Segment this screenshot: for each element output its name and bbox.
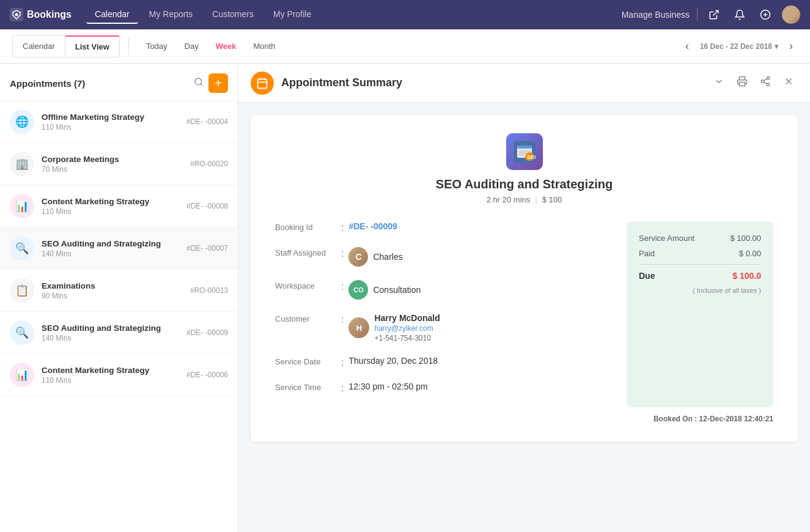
service-summary: SEO SEO Auditing and Strategizing 2 hr 2… [275, 133, 773, 204]
appointment-info: SEO Auditing and Strategizing 140 Mins [42, 239, 186, 258]
appointment-name: Corporate Meetings [42, 155, 190, 164]
search-button[interactable] [194, 77, 204, 89]
meta-divider: | [535, 195, 537, 204]
due-amount: $ 100.0 [732, 271, 761, 281]
appointment-info: Examinations 90 Mins [42, 281, 190, 300]
appointment-icon: 🏢 [10, 152, 34, 176]
details-left: Booking Id : #DE- -00009 Staff Assigned … [275, 221, 608, 407]
appointment-info: Offline Marketing Strategy 110 Mins [42, 113, 186, 131]
appointment-duration: 110 Mins [42, 376, 186, 385]
service-date-label: Service Date [275, 356, 336, 366]
toolbar: Calendar List View Today Day Week Month … [0, 29, 810, 64]
appointment-icon: 📋 [10, 278, 34, 303]
staff-avatar: C [348, 247, 368, 267]
period-month[interactable]: Month [245, 35, 284, 57]
detail-panel: Appointment Summary [238, 64, 810, 532]
tab-list-view[interactable]: List View [65, 35, 120, 57]
paid-label: Paid [639, 249, 655, 258]
add-appointment-button[interactable]: + [208, 73, 228, 93]
nav-my-reports[interactable]: My Reports [141, 6, 202, 24]
appointment-code: #DE- -00004 [186, 117, 228, 126]
booked-on-label: Booked On : [654, 415, 697, 423]
appointment-icon: 🔍 [10, 236, 34, 260]
appointment-list-item[interactable]: 🌐 Offline Marketing Strategy 110 Mins #D… [0, 101, 238, 143]
appointment-list-item[interactable]: 🔍 SEO Auditing and Strategizing 140 Mins… [0, 227, 238, 270]
svg-line-17 [764, 79, 767, 81]
appointment-list-item[interactable]: 📊 Content Marketing Strategy 110 Mins #D… [0, 354, 238, 396]
appointment-list-item[interactable]: 📋 Examinations 90 Mins #RO-00013 [0, 270, 238, 312]
svg-line-2 [713, 10, 718, 15]
print-button[interactable] [733, 72, 751, 94]
appointment-name: Examinations [42, 281, 190, 290]
next-period-button[interactable]: › [784, 37, 798, 55]
date-navigation: ‹ 16 Dec - 22 Dec 2018 ▾ › [680, 37, 798, 55]
appointment-code: #DE- -00008 [186, 202, 228, 210]
period-day[interactable]: Day [176, 35, 207, 57]
svg-point-14 [761, 80, 764, 83]
appointment-name: Content Marketing Strategy [42, 197, 186, 206]
customer-value: H Harry McDonald harry@zylker.com +1-541… [348, 313, 440, 342]
service-amount-label: Service Amount [639, 234, 694, 243]
manage-business-link[interactable]: Manage Business [622, 10, 690, 20]
brand-logo[interactable]: Bookings [10, 8, 72, 21]
booking-id-label: Booking Id [275, 221, 336, 232]
nav-customers[interactable]: Customers [204, 6, 262, 24]
appointment-list: 🌐 Offline Marketing Strategy 110 Mins #D… [0, 101, 238, 532]
workspace-row: Workspace : CO Consultation [275, 280, 608, 300]
appointment-name: Offline Marketing Strategy [42, 113, 186, 122]
service-price: $ 100 [542, 195, 562, 204]
payment-summary: Service Amount $ 100.00 Paid $ 0.00 Due … [627, 221, 773, 407]
staff-row: Staff Assigned : C Charles [275, 247, 608, 267]
workspace-value: CO Consultation [348, 280, 421, 300]
sidebar-actions: + [194, 73, 228, 93]
notification-icon[interactable] [731, 6, 749, 24]
date-range-arrow-icon[interactable]: ▾ [775, 42, 778, 51]
nav-calendar[interactable]: Calendar [86, 6, 138, 24]
collapse-button[interactable] [710, 72, 728, 94]
appointment-duration: 70 Mins [42, 165, 190, 174]
service-time-value: 12:30 pm - 02:50 pm [348, 382, 427, 391]
appointment-list-item[interactable]: 🏢 Corporate Meetings 70 Mins #RO-00020 [0, 143, 238, 185]
svg-line-7 [201, 84, 202, 86]
sidebar-title: Appointments (7) [10, 78, 85, 89]
user-avatar[interactable] [782, 6, 800, 24]
tab-calendar[interactable]: Calendar [12, 35, 65, 57]
appointment-list-item[interactable]: 📊 Content Marketing Strategy 110 Mins #D… [0, 185, 238, 227]
appointment-duration: 140 Mins [42, 334, 186, 342]
booking-id-value: #DE- -00009 [348, 221, 397, 231]
prev-period-button[interactable]: ‹ [680, 37, 694, 55]
booking-id-row: Booking Id : #DE- -00009 [275, 221, 608, 234]
appointment-code: #RO-00013 [190, 286, 228, 295]
svg-point-13 [767, 77, 770, 80]
service-date-value: Thursday 20, Dec 2018 [348, 356, 438, 366]
nav-my-profile[interactable]: My Profile [265, 6, 320, 24]
service-duration: 2 hr 20 mins [487, 195, 531, 204]
period-week[interactable]: Week [207, 35, 245, 57]
svg-rect-8 [258, 79, 267, 88]
customer-row: Customer : H Harry McDonald harry@zylker… [275, 313, 608, 342]
add-nav-icon[interactable] [756, 6, 775, 24]
service-date-row: Service Date : Thursday 20, Dec 2018 [275, 356, 608, 368]
workspace-badge: CO [348, 280, 368, 300]
period-today[interactable]: Today [138, 35, 176, 57]
svg-point-6 [195, 78, 202, 85]
appointment-list-item[interactable]: 🔍 SEO Auditing and Strategizing 140 Mins… [0, 312, 238, 354]
appointment-duration: 140 Mins [42, 249, 186, 258]
appointment-icon: 📊 [10, 194, 34, 218]
share-button[interactable] [756, 72, 775, 94]
export-icon[interactable] [705, 6, 723, 24]
appointment-icon: 📊 [10, 363, 34, 387]
appointment-name: SEO Auditing and Strategizing [42, 239, 186, 248]
close-button[interactable] [779, 72, 798, 94]
service-meta: 2 hr 20 mins | $ 100 [487, 195, 562, 204]
appointment-name: SEO Auditing and Strategizing [42, 323, 186, 333]
service-time-row: Service Time : 12:30 pm - 02:50 pm [275, 382, 608, 394]
appointment-info: SEO Auditing and Strategizing 140 Mins [42, 323, 186, 342]
service-amount-row: Service Amount $ 100.00 [639, 234, 761, 243]
booked-on: Booked On : 12-Dec-2018 12:40:21 [275, 415, 773, 423]
appointment-info: Content Marketing Strategy 110 Mins [42, 197, 186, 216]
appointment-icon: 🌐 [10, 109, 34, 134]
staff-value: C Charles [348, 247, 402, 267]
customer-avatar: H [348, 317, 369, 338]
main-content: Appointments (7) + 🌐 Offline Marketing S… [0, 64, 810, 532]
